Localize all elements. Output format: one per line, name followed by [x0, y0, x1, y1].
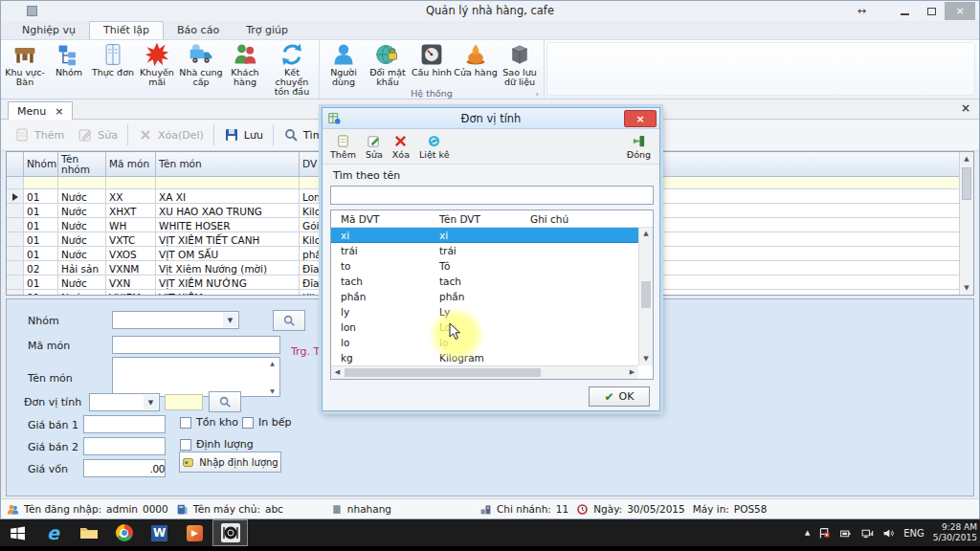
file-explorer-button[interactable] — [71, 519, 106, 546]
list-item[interactable]: lon Lon — [331, 320, 638, 335]
ket-chuyen-ton-dau-button[interactable]: Kết chuyển tồn đầu — [267, 41, 317, 97]
cau-hinh-button[interactable]: Cấu hình — [410, 41, 454, 77]
in-bep-checkbox[interactable]: In bếp — [242, 416, 291, 429]
list-item[interactable]: lo lọ — [331, 335, 638, 350]
header-ten-dvt[interactable]: Tên DVT — [439, 213, 480, 225]
nhom-search-button[interactable] — [273, 310, 305, 331]
tab-bao-cao[interactable]: Báo cáo — [164, 22, 233, 39]
luu-button[interactable]: Lưu — [217, 123, 270, 146]
nhap-dinh-luong-button[interactable]: Nhập định lượng — [179, 452, 281, 473]
group-expand-icon[interactable]: › — [535, 87, 539, 100]
password-lock-icon — [375, 42, 400, 67]
scroll-up-icon[interactable]: ▲ — [639, 228, 653, 240]
them-button[interactable]: Thêm — [8, 123, 71, 146]
dialog-sua-button[interactable]: Sửa — [366, 134, 383, 160]
header-ghi-chu[interactable]: Ghi chú — [530, 213, 568, 225]
word-button[interactable]: W — [142, 519, 177, 546]
maximize-button[interactable] — [918, 2, 945, 20]
scroll-down-icon[interactable]: ▼ — [960, 281, 973, 295]
list-item[interactable]: to Tô — [331, 258, 638, 274]
ton-kho-checkbox[interactable]: Tồn kho — [180, 416, 238, 429]
khuyen-mai-button[interactable]: Khuyến mãi — [135, 41, 179, 87]
list-item[interactable]: trái trái — [331, 243, 638, 258]
ribbon: Khu vực-Bàn Nhóm Thực đơn Khuyến mãi — [1, 39, 979, 99]
header-ma-mon[interactable]: Mã món — [106, 152, 156, 176]
khu-vuc-ban-button[interactable]: Khu vực-Bàn — [3, 41, 47, 87]
login-value: admin — [106, 503, 138, 515]
tab-close-icon[interactable]: × — [55, 105, 63, 118]
dinh-luong-checkbox[interactable]: Định lượng — [180, 438, 254, 451]
dialog-them-button[interactable]: Thêm — [330, 134, 356, 160]
action-center-flag-icon[interactable] — [818, 527, 831, 540]
header-ten-mon[interactable]: Tên món — [156, 152, 300, 176]
doi-mat-khau-button[interactable]: Đổi mật khẩu — [366, 41, 410, 87]
ok-button[interactable]: ✔ OK — [589, 386, 650, 407]
gia-von-label: Giá vốn — [28, 463, 68, 475]
close-button[interactable]: × — [945, 2, 975, 20]
minimize-button[interactable] — [891, 2, 918, 20]
dvt-search-button[interactable] — [209, 391, 241, 412]
ten-mon-textarea[interactable]: ▲ ▼ — [112, 357, 280, 397]
scroll-down-icon[interactable]: ▼ — [267, 387, 278, 394]
media-player-button[interactable]: ▶ — [177, 519, 212, 546]
scroll-thumb[interactable] — [962, 167, 971, 200]
dialog-close-button[interactable]: × — [624, 110, 657, 127]
thuc-don-button[interactable]: Thực đơn — [91, 41, 135, 77]
nhom-combobox[interactable]: ▼ — [112, 311, 239, 329]
language-indicator[interactable]: ENG — [903, 528, 924, 539]
tray-expand-icon[interactable]: ▲ — [805, 529, 810, 537]
chrome-button[interactable] — [106, 519, 142, 546]
gia-ban2-input[interactable] — [83, 437, 166, 455]
list-item[interactable]: tach tach — [331, 274, 638, 289]
sua-button[interactable]: Sửa — [71, 123, 124, 146]
header-nhom[interactable]: Nhóm — [24, 152, 58, 176]
dvt-combobox[interactable]: ▼ — [89, 393, 160, 411]
dialog-search-input[interactable] — [330, 186, 654, 205]
scroll-thumb[interactable] — [641, 281, 651, 308]
tab-nghiep-vu[interactable]: Nghiệp vụ — [9, 22, 89, 39]
sao-luu-button[interactable]: Sao lưu dữ liệu — [498, 41, 542, 87]
scroll-up-icon[interactable]: ▲ — [960, 152, 973, 165]
cua-hang-button[interactable]: Cửa hàng — [454, 41, 498, 77]
header-ma-dvt[interactable]: Mã DVT — [341, 213, 379, 225]
nguoi-dung-button[interactable]: Người dùng — [322, 41, 366, 87]
clock[interactable]: 9:28 AM 5/30/2015 — [933, 522, 977, 544]
khach-hang-button[interactable]: Khách hàng — [223, 41, 267, 87]
battery-icon[interactable] — [839, 527, 852, 540]
scroll-down-icon[interactable]: ▼ — [639, 353, 653, 365]
scroll-up-icon[interactable]: ▲ — [267, 360, 278, 366]
header-ten-nhom[interactable]: Tên nhóm — [58, 152, 106, 176]
tab-tro-giup[interactable]: Trợ giúp — [233, 22, 301, 39]
xoa-button[interactable]: Xóa(Del) — [131, 123, 211, 146]
grid-vertical-scrollbar[interactable]: ▲ ▼ — [959, 152, 973, 295]
dialog-xoa-button[interactable]: Xóa — [392, 134, 410, 160]
resize-arrows-icon[interactable]: ↔ — [858, 5, 866, 17]
scroll-right-icon[interactable]: ▶ — [626, 366, 638, 379]
dialog-dong-button[interactable]: Đóng — [627, 134, 651, 160]
panel-close-icon[interactable]: × — [961, 101, 970, 115]
chevron-down-icon[interactable]: ▼ — [223, 313, 237, 327]
list-item[interactable]: xi xi — [331, 228, 638, 243]
network-icon[interactable] — [860, 527, 874, 540]
gia-von-input[interactable] — [83, 459, 166, 477]
list-horizontal-scrollbar[interactable]: ◀ ▶ — [331, 365, 638, 379]
nhom-button[interactable]: Nhóm — [47, 41, 91, 77]
speaker-icon[interactable] — [882, 527, 895, 540]
dialog-liet-ke-button[interactable]: Liệt kê — [419, 134, 450, 160]
user-icon — [331, 42, 356, 67]
list-item[interactable]: ly Ly — [331, 304, 638, 320]
list-item[interactable]: kg Kilogram — [331, 350, 638, 365]
nha-cung-cap-button[interactable]: Nhà cung cấp — [179, 41, 223, 87]
restaurant-app-button[interactable] — [212, 519, 248, 546]
chevron-down-icon[interactable]: ▼ — [144, 395, 158, 409]
list-vertical-scrollbar[interactable]: ▲ ▼ — [638, 228, 653, 365]
scroll-thumb[interactable] — [345, 368, 541, 377]
internet-explorer-button[interactable]: e — [35, 519, 71, 546]
gia-ban1-input[interactable] — [83, 415, 166, 433]
list-item[interactable]: phần phần — [331, 289, 638, 304]
scroll-left-icon[interactable]: ◀ — [331, 366, 344, 379]
tab-menu[interactable]: Menu × — [8, 101, 73, 120]
tab-thiet-lap[interactable]: Thiết lập — [89, 21, 164, 39]
start-button[interactable] — [0, 519, 35, 546]
ma-mon-input[interactable] — [112, 336, 280, 354]
